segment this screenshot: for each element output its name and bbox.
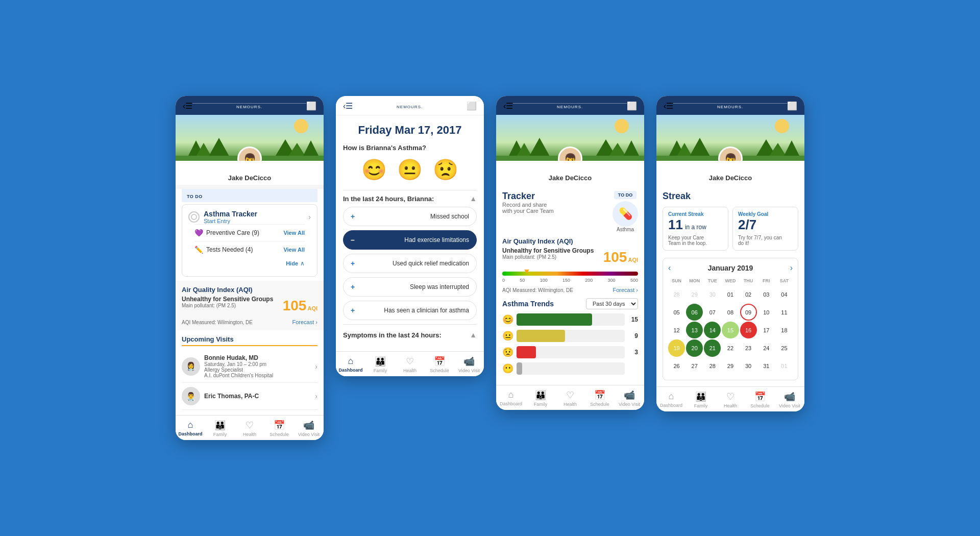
nav-health-1[interactable]: ♡ Health xyxy=(235,420,264,437)
aqi-title-3: Air Quality Index (AQI) xyxy=(502,237,638,245)
cal-day-25[interactable]: 25 xyxy=(776,339,793,356)
cal-day-20[interactable]: 20 xyxy=(686,339,703,356)
health-icon-4: ♡ xyxy=(726,391,734,402)
nav-dashboard-2[interactable]: ⌂ Dashboard xyxy=(336,356,365,373)
preventive-care-row[interactable]: 💜 Preventive Care (9) View All xyxy=(188,225,311,241)
tracker-asthma-icon[interactable]: 💊 xyxy=(612,201,638,227)
menu-icon-3[interactable]: ☰ xyxy=(506,101,513,111)
hide-link[interactable]: Hide xyxy=(286,260,298,266)
cal-day-07[interactable]: 07 xyxy=(704,304,721,321)
visit-card-0[interactable]: 👩‍⚕️ Bonnie Hudak, MD Saturday, Jan 10 –… xyxy=(182,350,317,383)
nav-health-2[interactable]: ♡ Health xyxy=(395,356,425,373)
nav-video-3[interactable]: 📹 Video Visit xyxy=(615,389,644,407)
cal-day-26[interactable]: 26 xyxy=(668,358,685,375)
tracker-header: Tracker Record and sharewith your Care T… xyxy=(502,191,638,232)
cal-day-16[interactable]: 16 xyxy=(740,322,757,338)
nav-family-4[interactable]: 👪 Family xyxy=(686,391,716,408)
cal-day-01-next[interactable]: 01 xyxy=(776,358,793,375)
visit-card-1[interactable]: 👨‍⚕️ Eric Thomas, PA-C › xyxy=(182,383,317,410)
nav-family-2[interactable]: 👪 Family xyxy=(365,356,395,373)
cal-day-11[interactable]: 11 xyxy=(776,304,793,321)
trend-bar-bg-3 xyxy=(517,362,625,375)
cal-day-31[interactable]: 31 xyxy=(758,358,775,375)
cal-dh-fri: FRI xyxy=(758,277,775,285)
asthma-tracker-card[interactable]: Asthma Tracker Start Entry › 💜 Preventiv… xyxy=(182,204,317,277)
nav-video-2[interactable]: 📹 Video Visit xyxy=(454,356,484,373)
nav-dashboard-1[interactable]: ⌂ Dashboard xyxy=(176,420,205,437)
menu-icon[interactable]: ☰ xyxy=(185,101,192,111)
emoji-sad[interactable]: 😟 xyxy=(433,158,458,182)
checklist-item-1[interactable]: – Had exercise limitations xyxy=(343,230,477,250)
nemours-logo-3: Nemours. xyxy=(513,103,627,109)
forecast-link-3[interactable]: Forecast › xyxy=(612,287,638,293)
nav-dashboard-3[interactable]: ⌂ Dashboard xyxy=(496,389,526,407)
nav-family-1[interactable]: 👪 Family xyxy=(205,420,235,437)
checklist-item-0[interactable]: + Missed school xyxy=(343,207,477,226)
cal-day-29-prev[interactable]: 29 xyxy=(686,286,703,303)
sun-decoration-4 xyxy=(775,119,789,133)
emoji-happy[interactable]: 😊 xyxy=(361,158,387,182)
checklist-item-3[interactable]: + Sleep was interrupted xyxy=(343,277,477,297)
nav-video-1[interactable]: 📹 Video Visit xyxy=(294,420,324,437)
cal-day-13[interactable]: 13 xyxy=(686,322,703,338)
cal-day-01[interactable]: 01 xyxy=(722,286,739,303)
forecast-link[interactable]: Forecast › xyxy=(292,319,317,325)
cal-day-09[interactable]: 09 xyxy=(740,304,757,321)
checklist-item-2[interactable]: + Used quick relief medication xyxy=(343,254,477,273)
visit-date-0: Saturday, Jan 10 – 2:00 pm xyxy=(204,361,273,367)
nav-dashboard-4[interactable]: ⌂ Dashboard xyxy=(656,391,686,408)
cal-day-03[interactable]: 03 xyxy=(758,286,775,303)
nav-family-3[interactable]: 👪 Family xyxy=(526,389,555,407)
cal-day-19[interactable]: 19 xyxy=(668,339,685,356)
emoji-neutral[interactable]: 😐 xyxy=(397,158,423,182)
nav-video-4[interactable]: 📹 Video Visit xyxy=(775,391,804,408)
cal-day-12[interactable]: 12 xyxy=(668,322,685,338)
trend-row-0: 😊 15 xyxy=(502,313,638,326)
cal-day-22[interactable]: 22 xyxy=(722,339,739,356)
aqi-number: 105 xyxy=(283,298,307,314)
cal-day-15[interactable]: 15 xyxy=(722,322,739,338)
cal-day-28[interactable]: 28 xyxy=(704,358,721,375)
nav-schedule-2[interactable]: 📅 Schedule xyxy=(425,356,454,373)
trends-period-select[interactable]: Past 30 days xyxy=(586,298,638,309)
cal-day-29[interactable]: 29 xyxy=(722,358,739,375)
menu-icon-2[interactable]: ☰ xyxy=(346,101,353,111)
nav-schedule-3[interactable]: 📅 Schedule xyxy=(585,389,615,407)
trends-header: Asthma Trends Past 30 days xyxy=(502,298,638,309)
cal-day-17[interactable]: 17 xyxy=(758,322,775,338)
cal-day-27[interactable]: 27 xyxy=(686,358,703,375)
nav-schedule-4[interactable]: 📅 Schedule xyxy=(745,391,775,408)
cal-day-23[interactable]: 23 xyxy=(740,339,757,356)
nav-health-4[interactable]: ♡ Health xyxy=(716,391,745,408)
cast-icon: ⬜ xyxy=(306,101,316,111)
cal-day-08[interactable]: 08 xyxy=(722,304,739,321)
cal-day-05[interactable]: 05 xyxy=(668,304,685,321)
cal-day-18[interactable]: 18 xyxy=(776,322,793,338)
visit-specialty-0: Allergy Specialist xyxy=(204,367,273,373)
nav-schedule-1[interactable]: 📅 Schedule xyxy=(264,420,294,437)
view-all-preventive[interactable]: View All xyxy=(283,230,305,236)
cal-prev-btn[interactable]: ‹ xyxy=(668,263,671,273)
cal-day-24[interactable]: 24 xyxy=(758,339,775,356)
checklist-item-4[interactable]: + Has seen a clinician for asthma xyxy=(343,301,477,320)
cal-day-10[interactable]: 10 xyxy=(758,304,775,321)
current-streak-label: Current Streak xyxy=(668,211,723,217)
cal-day-30[interactable]: 30 xyxy=(740,358,757,375)
cal-day-04[interactable]: 04 xyxy=(776,286,793,303)
cal-next-btn[interactable]: › xyxy=(790,263,793,273)
cal-day-21[interactable]: 21 xyxy=(704,339,721,356)
cal-day-06[interactable]: 06 xyxy=(686,304,703,321)
view-all-tests[interactable]: View All xyxy=(283,247,305,253)
cal-day-28-prev[interactable]: 28 xyxy=(668,286,685,303)
menu-icon-4[interactable]: ☰ xyxy=(666,101,673,111)
nav-health-3[interactable]: ♡ Health xyxy=(555,389,585,407)
cal-day-14[interactable]: 14 xyxy=(704,322,721,338)
screen1: ‹ ☰ Nemours. ⬜ 👦 Jake DeCicco xyxy=(176,96,324,440)
start-entry-link[interactable]: Start Entry xyxy=(204,218,257,224)
collapse-icon[interactable]: ▲ xyxy=(470,194,477,203)
nav-label-schedule-4: Schedule xyxy=(750,403,770,408)
cal-day-30-prev[interactable]: 30 xyxy=(704,286,721,303)
tests-needed-row[interactable]: ✏️ Tests Needed (4) View All xyxy=(188,241,311,258)
cal-day-02[interactable]: 02 xyxy=(740,286,757,303)
symptoms-collapse-icon[interactable]: ▲ xyxy=(470,331,477,339)
